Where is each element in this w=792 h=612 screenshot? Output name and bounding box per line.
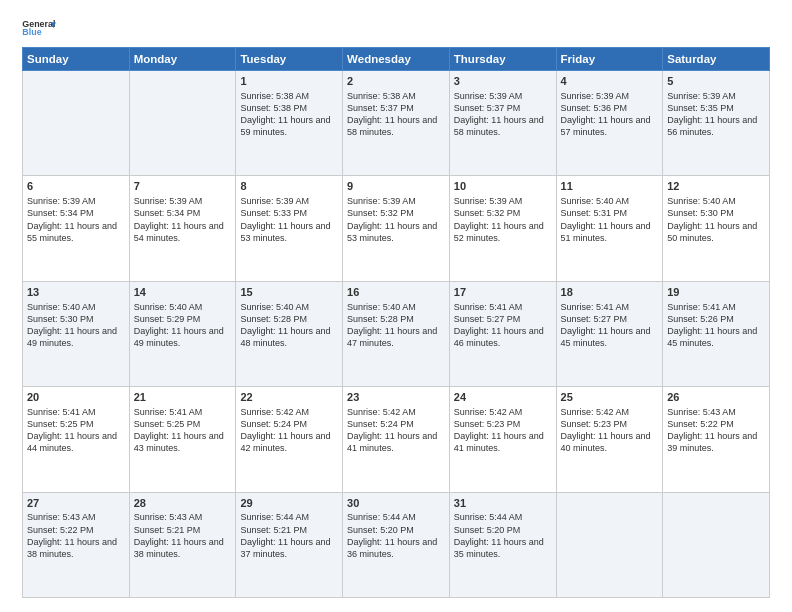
calendar-cell: 30Sunrise: 5:44 AMSunset: 5:20 PMDayligh… xyxy=(343,492,450,597)
day-number: 10 xyxy=(454,179,552,194)
sunset: Sunset: 5:22 PM xyxy=(27,525,94,535)
calendar-cell: 9Sunrise: 5:39 AMSunset: 5:32 PMDaylight… xyxy=(343,176,450,281)
sunrise: Sunrise: 5:41 AM xyxy=(561,302,630,312)
calendar-cell: 27Sunrise: 5:43 AMSunset: 5:22 PMDayligh… xyxy=(23,492,130,597)
day-number: 17 xyxy=(454,285,552,300)
day-number: 9 xyxy=(347,179,445,194)
daylight: Daylight: 11 hours and 56 minutes. xyxy=(667,115,757,137)
daylight: Daylight: 11 hours and 40 minutes. xyxy=(561,431,651,453)
sunset: Sunset: 5:24 PM xyxy=(240,419,307,429)
calendar-cell: 16Sunrise: 5:40 AMSunset: 5:28 PMDayligh… xyxy=(343,281,450,386)
daylight: Daylight: 11 hours and 39 minutes. xyxy=(667,431,757,453)
daylight: Daylight: 11 hours and 43 minutes. xyxy=(134,431,224,453)
sunrise: Sunrise: 5:41 AM xyxy=(454,302,523,312)
week-row-4: 20Sunrise: 5:41 AMSunset: 5:25 PMDayligh… xyxy=(23,387,770,492)
sunrise: Sunrise: 5:40 AM xyxy=(27,302,96,312)
sunrise: Sunrise: 5:39 AM xyxy=(561,91,630,101)
calendar-cell xyxy=(129,71,236,176)
day-number: 12 xyxy=(667,179,765,194)
daylight: Daylight: 11 hours and 53 minutes. xyxy=(240,221,330,243)
sunrise: Sunrise: 5:43 AM xyxy=(667,407,736,417)
day-number: 22 xyxy=(240,390,338,405)
sunrise: Sunrise: 5:41 AM xyxy=(134,407,203,417)
daylight: Daylight: 11 hours and 59 minutes. xyxy=(240,115,330,137)
sunset: Sunset: 5:20 PM xyxy=(454,525,521,535)
sunset: Sunset: 5:28 PM xyxy=(240,314,307,324)
day-number: 4 xyxy=(561,74,659,89)
sunset: Sunset: 5:34 PM xyxy=(134,208,201,218)
sunrise: Sunrise: 5:41 AM xyxy=(667,302,736,312)
calendar-cell: 7Sunrise: 5:39 AMSunset: 5:34 PMDaylight… xyxy=(129,176,236,281)
calendar-cell: 11Sunrise: 5:40 AMSunset: 5:31 PMDayligh… xyxy=(556,176,663,281)
day-number: 3 xyxy=(454,74,552,89)
week-row-1: 1Sunrise: 5:38 AMSunset: 5:38 PMDaylight… xyxy=(23,71,770,176)
daylight: Daylight: 11 hours and 44 minutes. xyxy=(27,431,117,453)
daylight: Daylight: 11 hours and 49 minutes. xyxy=(27,326,117,348)
day-number: 8 xyxy=(240,179,338,194)
day-header-wednesday: Wednesday xyxy=(343,48,450,71)
daylight: Daylight: 11 hours and 51 minutes. xyxy=(561,221,651,243)
daylight: Daylight: 11 hours and 41 minutes. xyxy=(347,431,437,453)
sunrise: Sunrise: 5:38 AM xyxy=(240,91,309,101)
daylight: Daylight: 11 hours and 38 minutes. xyxy=(134,537,224,559)
daylight: Daylight: 11 hours and 54 minutes. xyxy=(134,221,224,243)
daylight: Daylight: 11 hours and 48 minutes. xyxy=(240,326,330,348)
day-header-thursday: Thursday xyxy=(449,48,556,71)
calendar-cell: 15Sunrise: 5:40 AMSunset: 5:28 PMDayligh… xyxy=(236,281,343,386)
day-number: 21 xyxy=(134,390,232,405)
sunrise: Sunrise: 5:39 AM xyxy=(347,196,416,206)
day-number: 28 xyxy=(134,496,232,511)
calendar-cell: 28Sunrise: 5:43 AMSunset: 5:21 PMDayligh… xyxy=(129,492,236,597)
day-header-sunday: Sunday xyxy=(23,48,130,71)
sunrise: Sunrise: 5:44 AM xyxy=(347,512,416,522)
week-row-5: 27Sunrise: 5:43 AMSunset: 5:22 PMDayligh… xyxy=(23,492,770,597)
sunset: Sunset: 5:28 PM xyxy=(347,314,414,324)
sunset: Sunset: 5:21 PM xyxy=(240,525,307,535)
sunrise: Sunrise: 5:40 AM xyxy=(561,196,630,206)
daylight: Daylight: 11 hours and 46 minutes. xyxy=(454,326,544,348)
calendar-cell: 24Sunrise: 5:42 AMSunset: 5:23 PMDayligh… xyxy=(449,387,556,492)
sunrise: Sunrise: 5:42 AM xyxy=(454,407,523,417)
sunrise: Sunrise: 5:42 AM xyxy=(561,407,630,417)
calendar-cell: 31Sunrise: 5:44 AMSunset: 5:20 PMDayligh… xyxy=(449,492,556,597)
daylight: Daylight: 11 hours and 52 minutes. xyxy=(454,221,544,243)
calendar-cell: 4Sunrise: 5:39 AMSunset: 5:36 PMDaylight… xyxy=(556,71,663,176)
daylight: Daylight: 11 hours and 37 minutes. xyxy=(240,537,330,559)
sunrise: Sunrise: 5:39 AM xyxy=(454,91,523,101)
sunset: Sunset: 5:22 PM xyxy=(667,419,734,429)
sunrise: Sunrise: 5:39 AM xyxy=(27,196,96,206)
sunset: Sunset: 5:30 PM xyxy=(667,208,734,218)
day-number: 15 xyxy=(240,285,338,300)
calendar-cell: 25Sunrise: 5:42 AMSunset: 5:23 PMDayligh… xyxy=(556,387,663,492)
sunset: Sunset: 5:32 PM xyxy=(454,208,521,218)
calendar-cell: 21Sunrise: 5:41 AMSunset: 5:25 PMDayligh… xyxy=(129,387,236,492)
day-number: 14 xyxy=(134,285,232,300)
sunset: Sunset: 5:25 PM xyxy=(134,419,201,429)
calendar-cell xyxy=(23,71,130,176)
calendar-cell: 10Sunrise: 5:39 AMSunset: 5:32 PMDayligh… xyxy=(449,176,556,281)
header: General Blue xyxy=(22,18,770,39)
sunset: Sunset: 5:25 PM xyxy=(27,419,94,429)
sunset: Sunset: 5:33 PM xyxy=(240,208,307,218)
page: General Blue SundayMondayTuesdayWednesda… xyxy=(0,0,792,612)
sunrise: Sunrise: 5:39 AM xyxy=(240,196,309,206)
daylight: Daylight: 11 hours and 45 minutes. xyxy=(561,326,651,348)
calendar-cell: 12Sunrise: 5:40 AMSunset: 5:30 PMDayligh… xyxy=(663,176,770,281)
calendar-cell xyxy=(663,492,770,597)
sunset: Sunset: 5:23 PM xyxy=(561,419,628,429)
day-number: 30 xyxy=(347,496,445,511)
sunset: Sunset: 5:20 PM xyxy=(347,525,414,535)
daylight: Daylight: 11 hours and 58 minutes. xyxy=(454,115,544,137)
sunset: Sunset: 5:36 PM xyxy=(561,103,628,113)
sunrise: Sunrise: 5:43 AM xyxy=(27,512,96,522)
calendar-table: SundayMondayTuesdayWednesdayThursdayFrid… xyxy=(22,47,770,598)
sunrise: Sunrise: 5:40 AM xyxy=(667,196,736,206)
logo: General Blue xyxy=(22,18,56,39)
calendar-cell: 8Sunrise: 5:39 AMSunset: 5:33 PMDaylight… xyxy=(236,176,343,281)
sunset: Sunset: 5:37 PM xyxy=(454,103,521,113)
daylight: Daylight: 11 hours and 57 minutes. xyxy=(561,115,651,137)
sunrise: Sunrise: 5:40 AM xyxy=(240,302,309,312)
sunset: Sunset: 5:23 PM xyxy=(454,419,521,429)
svg-text:Blue: Blue xyxy=(22,27,41,37)
sunset: Sunset: 5:35 PM xyxy=(667,103,734,113)
